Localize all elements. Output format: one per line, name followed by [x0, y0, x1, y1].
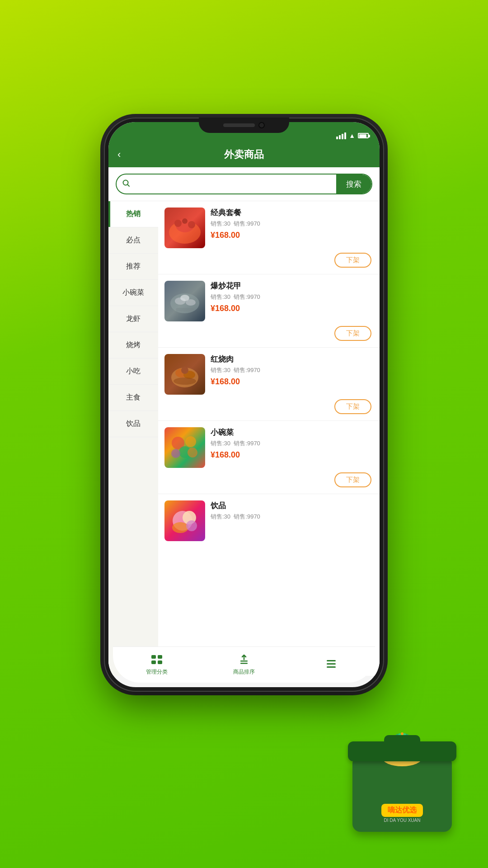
svg-rect-30: [240, 660, 248, 662]
product-image: [164, 208, 205, 248]
svg-point-24: [172, 522, 188, 533]
brand-sub-label: DI DA YOU XUAN: [381, 818, 423, 823]
product-image: [164, 354, 205, 395]
product-actions: 下架: [164, 399, 373, 414]
header-title: 外卖商品: [224, 148, 264, 161]
search-icon: [117, 179, 136, 189]
product-info: 饮品 销售:30 销售:9970: [211, 500, 373, 524]
product-item: 饮品 销售:30 销售:9970: [158, 494, 380, 547]
category-item-bbq[interactable]: 烧烤: [108, 332, 158, 359]
product-sales: 销售:30 销售:9970: [211, 513, 373, 521]
svg-point-21: [188, 448, 197, 458]
svg-rect-33: [327, 663, 336, 665]
product-price: ¥168.00: [211, 231, 373, 240]
product-info: 红烧肉 销售:30 销售:9970 ¥168.00: [211, 354, 373, 387]
sort-icon: [237, 654, 251, 666]
nav-item-more[interactable]: [288, 659, 375, 671]
svg-rect-28: [151, 660, 156, 664]
more-icon: [324, 659, 338, 671]
category-item-snack[interactable]: 小吃: [108, 359, 158, 385]
product-item: 爆炒花甲 销售:30 销售:9970 ¥168.00 下架: [158, 274, 380, 348]
product-sales: 销售:30 销售:9970: [211, 366, 373, 374]
tbe-text: Tbe: [394, 433, 416, 448]
phone-screen: ▲ ‹ 外卖商品 搜索: [108, 122, 380, 687]
product-name: 饮品: [211, 500, 373, 511]
category-sidebar: 热销 必点 推荐 小碗菜 龙虾 烧烤: [108, 201, 158, 676]
product-name: 爆炒花甲: [211, 281, 373, 291]
svg-rect-27: [158, 655, 162, 659]
svg-point-6: [182, 218, 188, 224]
product-name: 红烧肉: [211, 354, 373, 364]
svg-point-5: [188, 221, 195, 228]
svg-point-20: [171, 449, 180, 458]
delist-button[interactable]: 下架: [334, 326, 371, 341]
product-info: 爆炒花甲 销售:30 销售:9970 ¥168.00: [211, 281, 373, 313]
product-sales: 销售:30 销售:9970: [211, 220, 373, 228]
svg-point-18: [185, 436, 196, 447]
category-item-must[interactable]: 必点: [108, 227, 158, 254]
nav-label: 商品排序: [233, 668, 255, 676]
content-area: 热销 必点 推荐 小碗菜 龙虾 烧烤: [108, 201, 380, 676]
category-item-small[interactable]: 小碗菜: [108, 280, 158, 306]
delist-button[interactable]: 下架: [334, 253, 371, 268]
product-item: 经典套餐 销售:30 销售:9970 ¥168.00 下架: [158, 201, 380, 274]
search-input[interactable]: [136, 180, 336, 188]
category-item-staple[interactable]: 主食: [108, 385, 158, 411]
speaker: [223, 123, 255, 127]
product-price: ¥168.00: [211, 377, 373, 387]
product-actions: 下架: [164, 472, 373, 487]
product-item: 小碗菜 销售:30 销售:9970 ¥168.00 下架: [158, 421, 380, 494]
svg-rect-26: [151, 655, 156, 659]
search-section: 搜索: [108, 167, 380, 201]
phone-mockup: ▲ ‹ 外卖商品 搜索: [104, 118, 384, 692]
product-image: [164, 281, 205, 321]
product-actions: 下架: [164, 253, 373, 268]
product-info: 经典套餐 销售:30 销售:9970 ¥168.00: [211, 208, 373, 240]
front-camera: [258, 122, 265, 128]
delist-button[interactable]: 下架: [334, 399, 371, 414]
grid-icon: [150, 654, 164, 666]
product-image: [164, 427, 205, 468]
product-sales: 销售:30 销售:9970: [211, 439, 373, 448]
nav-label: 管理分类: [146, 668, 168, 676]
nav-item-category[interactable]: 管理分类: [113, 654, 200, 676]
battery-icon: [358, 133, 369, 138]
product-info: 小碗菜 销售:30 销售:9970 ¥168.00: [211, 427, 373, 460]
svg-point-10: [180, 295, 189, 301]
svg-point-25: [186, 520, 197, 531]
category-item-drinks[interactable]: 饮品: [108, 411, 158, 437]
product-list: 经典套餐 销售:30 销售:9970 ¥168.00 下架: [158, 201, 380, 676]
svg-rect-34: [327, 666, 336, 668]
svg-rect-11: [176, 308, 194, 311]
phone-notch: [199, 118, 289, 133]
back-button[interactable]: ‹: [117, 149, 121, 160]
category-item-hot[interactable]: 热销: [108, 201, 158, 227]
product-name: 小碗菜: [211, 427, 373, 438]
product-name: 经典套餐: [211, 208, 373, 218]
search-button[interactable]: 搜索: [336, 175, 371, 193]
product-price: ¥168.00: [211, 304, 373, 313]
signal-icon: [336, 132, 346, 139]
bottom-nav: 管理分类 商品排序: [113, 646, 375, 683]
delist-button[interactable]: 下架: [334, 472, 371, 487]
svg-rect-32: [327, 660, 336, 661]
app-header: ‹ 外卖商品: [108, 142, 380, 167]
svg-point-4: [174, 220, 182, 227]
product-item: 红烧肉 销售:30 销售:9970 ¥168.00 下架: [158, 348, 380, 421]
svg-rect-31: [240, 663, 248, 664]
category-item-lobster[interactable]: 龙虾: [108, 306, 158, 332]
phone-frame: ▲ ‹ 外卖商品 搜索: [104, 118, 384, 692]
brand-box-decoration: 嘀达优选 DI DA YOU XUAN: [343, 705, 470, 841]
wifi-icon: ▲: [349, 132, 355, 139]
product-image: [164, 500, 205, 541]
category-item-recommend[interactable]: 推荐: [108, 254, 158, 280]
status-icons: ▲: [336, 132, 369, 139]
product-actions: 下架: [164, 326, 373, 341]
product-price: ¥168.00: [211, 450, 373, 460]
svg-point-15: [181, 367, 188, 374]
nav-item-sort[interactable]: 商品排序: [200, 654, 287, 676]
brand-name-label: 嘀达优选: [381, 804, 423, 817]
svg-point-16: [174, 377, 196, 385]
svg-line-1: [127, 184, 129, 186]
svg-rect-29: [158, 660, 162, 664]
